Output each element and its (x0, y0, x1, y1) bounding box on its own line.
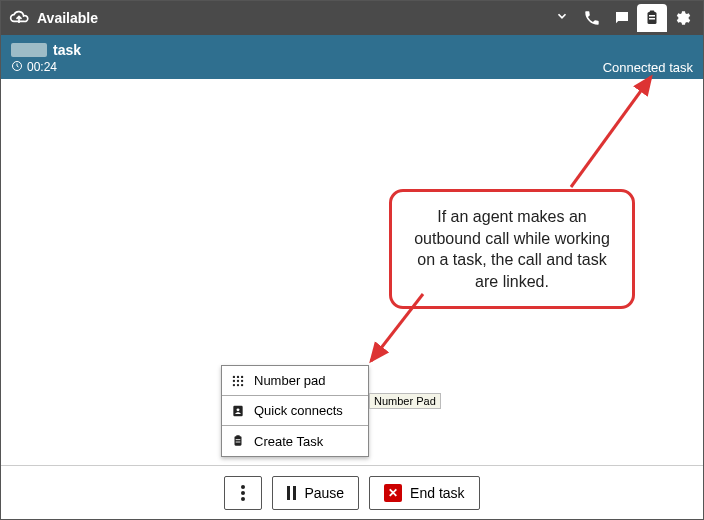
svg-rect-1 (650, 11, 655, 14)
top-bar: Available (1, 1, 703, 35)
popup-number-pad[interactable]: Number pad (222, 366, 368, 396)
svg-point-13 (233, 383, 235, 385)
svg-point-17 (237, 408, 240, 411)
task-timer: 00:24 (27, 60, 57, 74)
svg-rect-19 (236, 435, 240, 437)
annotation-arrow-up (541, 67, 681, 207)
action-popup: Number pad Quick connects Create Task (221, 365, 369, 457)
tooltip: Number Pad (369, 393, 441, 409)
chat-icon[interactable] (607, 4, 637, 32)
svg-point-23 (241, 491, 245, 495)
clipboard-icon (230, 433, 246, 449)
svg-line-6 (371, 294, 423, 361)
end-task-button[interactable]: ✕ End task (369, 476, 479, 510)
status-text: Available (37, 10, 98, 26)
app-frame: Available task (0, 0, 704, 520)
contacts-icon (230, 403, 246, 419)
end-label: End task (410, 485, 464, 501)
svg-rect-3 (649, 18, 655, 20)
task-icon[interactable] (637, 4, 667, 32)
gear-icon[interactable] (667, 4, 697, 32)
svg-line-5 (571, 77, 651, 187)
popup-label: Quick connects (254, 403, 343, 418)
popup-create-task[interactable]: Create Task (222, 426, 368, 456)
svg-point-7 (233, 375, 235, 377)
top-icon-row (577, 4, 697, 32)
dialpad-icon (230, 373, 246, 389)
popup-quick-connects[interactable]: Quick connects (222, 396, 368, 426)
svg-point-12 (241, 379, 243, 381)
svg-rect-18 (235, 436, 242, 445)
pause-button[interactable]: Pause (272, 476, 359, 510)
svg-point-14 (237, 383, 239, 385)
footer-bar: Pause ✕ End task (1, 465, 703, 519)
svg-point-11 (237, 379, 239, 381)
popup-label: Create Task (254, 434, 323, 449)
status-selector[interactable]: Available (37, 9, 577, 27)
svg-rect-2 (649, 15, 655, 17)
clock-icon (11, 60, 23, 75)
pause-label: Pause (304, 485, 344, 501)
svg-point-22 (241, 485, 245, 489)
svg-point-8 (237, 375, 239, 377)
phone-icon[interactable] (577, 4, 607, 32)
svg-point-24 (241, 497, 245, 501)
chevron-down-icon (555, 9, 569, 27)
task-title: task (53, 42, 81, 58)
svg-rect-20 (236, 439, 241, 440)
svg-rect-21 (236, 442, 241, 443)
cloud-icon (9, 8, 29, 28)
main-area: If an agent makes an outbound call while… (1, 79, 703, 465)
svg-point-9 (241, 375, 243, 377)
svg-point-10 (233, 379, 235, 381)
svg-point-15 (241, 383, 243, 385)
task-badge (11, 43, 47, 57)
more-actions-button[interactable] (224, 476, 262, 510)
close-icon: ✕ (384, 484, 402, 502)
popup-label: Number pad (254, 373, 326, 388)
pause-icon (287, 486, 296, 500)
